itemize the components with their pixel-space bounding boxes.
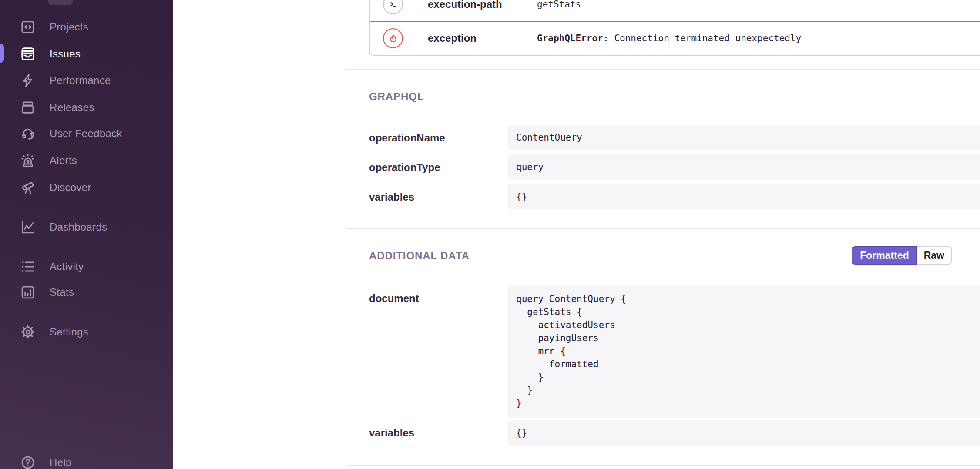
section-divider: [346, 228, 980, 229]
app-window: Projects Issues Performance Releases Use: [0, 0, 980, 469]
sidebar-item-alerts[interactable]: Alerts: [0, 147, 173, 174]
sidebar-item-label: User Feedback: [50, 127, 122, 140]
dashboards-icon: [19, 218, 37, 236]
breadcrumb-category: exception: [428, 32, 477, 44]
kv-key-operation-name: operationName: [369, 132, 445, 144]
section-divider: [346, 465, 980, 466]
error-type: GraphQLError:: [537, 33, 608, 44]
kv-value-operation-name: ContentQuery: [507, 125, 980, 150]
kv-key-document: document: [369, 292, 419, 305]
error-message: Connection terminated unexpectedly: [614, 33, 801, 44]
sidebar-item-label: Discover: [50, 181, 91, 194]
sidebar-item-performance[interactable]: Performance: [0, 67, 173, 94]
kv-value-document: query ContentQuery { getStats { activate…: [507, 285, 980, 418]
breadcrumb-message: GraphQLError:Connection terminated unexp…: [537, 33, 801, 44]
projects-icon: [19, 18, 37, 36]
user-feedback-icon: [19, 125, 37, 142]
sidebar-item-label: Alerts: [50, 154, 77, 167]
additional-data-section-title: ADDITIONAL DATA: [369, 250, 470, 262]
view-toggle: Formatted Raw: [852, 246, 952, 265]
timeline-connector: [393, 22, 393, 28]
sidebar: Projects Issues Performance Releases Use: [0, 0, 173, 469]
breadcrumbs-panel: execution-path getStats debug 02:12:03 e…: [369, 0, 980, 56]
timeline-connector: [393, 48, 393, 55]
issues-icon: [19, 45, 37, 63]
sidebar-item-activity[interactable]: Activity: [0, 253, 173, 280]
sidebar-item-label: Projects: [50, 21, 88, 33]
sidebar-item-label: Stats: [50, 286, 74, 298]
sidebar-item-label: Dashboards: [50, 221, 107, 233]
releases-icon: [19, 99, 37, 116]
formatted-toggle-button[interactable]: Formatted: [852, 246, 917, 265]
settings-icon: [19, 323, 37, 341]
sidebar-item-stats[interactable]: Stats: [0, 279, 173, 306]
main-content: execution-path getStats debug 02:12:03 e…: [173, 0, 980, 469]
kv-key-variables-2: variables: [369, 427, 414, 439]
sidebar-item-projects[interactable]: Projects: [0, 13, 173, 40]
sidebar-item-issues[interactable]: Issues: [0, 40, 173, 67]
kv-value-operation-type: query: [507, 154, 980, 180]
sidebar-top-partial-item: [48, 0, 73, 5]
terminal-icon: [383, 0, 403, 14]
kv-value-variables-2: {}: [507, 420, 980, 446]
kv-value-variables: {}: [507, 184, 980, 209]
sidebar-item-user-feedback[interactable]: User Feedback: [0, 120, 173, 147]
performance-icon: [19, 72, 37, 89]
kv-key-variables: variables: [369, 191, 414, 203]
sidebar-item-label: Releases: [50, 101, 94, 114]
breadcrumb-row-exception[interactable]: exception GraphQLError:Connection termin…: [370, 21, 980, 55]
section-divider: [346, 69, 980, 70]
sidebar-item-label: Activity: [50, 261, 84, 273]
raw-toggle-button[interactable]: Raw: [917, 246, 952, 265]
sidebar-item-label: Issues: [50, 48, 81, 60]
sidebar-item-discover[interactable]: Discover: [0, 174, 173, 201]
breadcrumb-category: execution-path: [428, 0, 502, 10]
help-icon: [19, 454, 37, 469]
stats-icon: [19, 284, 37, 301]
sidebar-item-settings[interactable]: Settings: [0, 318, 173, 345]
activity-icon: [19, 258, 37, 275]
breadcrumb-row-execution-path[interactable]: execution-path getStats debug 02:12:03: [370, 0, 980, 21]
timeline-connector: [393, 14, 393, 21]
alerts-icon: [19, 152, 37, 169]
sidebar-item-label: Settings: [50, 326, 88, 338]
sidebar-item-help[interactable]: Help: [0, 449, 173, 469]
kv-key-operation-type: operationType: [369, 161, 440, 174]
fire-icon: [383, 28, 403, 48]
sidebar-item-label: Help: [50, 456, 72, 469]
sidebar-item-dashboards[interactable]: Dashboards: [0, 214, 173, 241]
discover-icon: [19, 179, 37, 196]
graphql-section-title: GRAPHQL: [369, 90, 424, 103]
sidebar-item-label: Performance: [50, 74, 111, 87]
sidebar-item-releases[interactable]: Releases: [0, 94, 173, 121]
breadcrumb-message: getStats: [537, 0, 581, 10]
